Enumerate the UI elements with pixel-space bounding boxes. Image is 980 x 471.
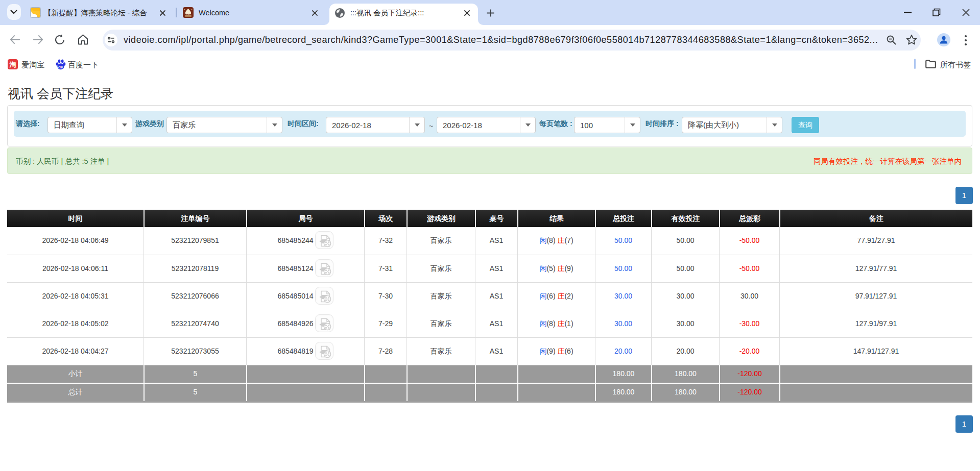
svg-text:du: du bbox=[58, 65, 63, 69]
svg-text:淘: 淘 bbox=[9, 61, 16, 68]
